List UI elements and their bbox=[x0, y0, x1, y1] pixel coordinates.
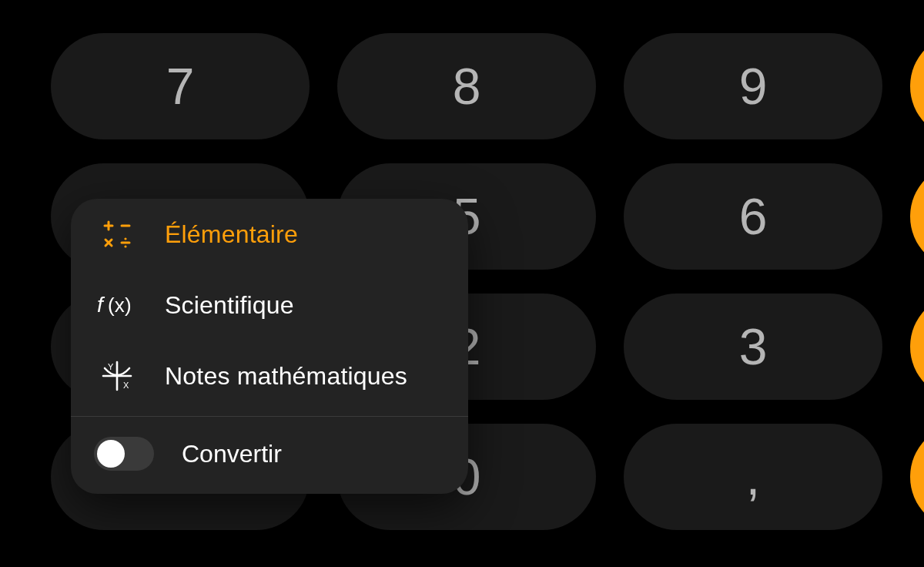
key-7[interactable]: 7 bbox=[51, 33, 310, 139]
key-operator-mid1[interactable] bbox=[910, 163, 924, 270]
key-equals[interactable] bbox=[910, 424, 924, 530]
key-operator-top[interactable] bbox=[910, 33, 924, 139]
svg-text:f: f bbox=[97, 293, 105, 317]
function-icon: f (x) bbox=[97, 288, 137, 322]
svg-text:X: X bbox=[123, 381, 129, 390]
svg-point-6 bbox=[124, 237, 126, 240]
key-operator-mid2[interactable] bbox=[910, 294, 924, 400]
menu-item-label: Scientifique bbox=[165, 291, 294, 320]
svg-point-7 bbox=[124, 245, 126, 247]
menu-item-math-notes[interactable]: Y X Notes mathématiques bbox=[71, 341, 468, 411]
basic-calc-icon bbox=[97, 217, 137, 251]
key-9[interactable]: 9 bbox=[624, 33, 882, 139]
menu-item-scientific[interactable]: f (x) Scientifique bbox=[71, 270, 468, 341]
convert-toggle[interactable] bbox=[94, 437, 154, 471]
key-6[interactable]: 6 bbox=[624, 163, 882, 270]
convert-label: Convertir bbox=[182, 440, 282, 468]
menu-item-label: Notes mathématiques bbox=[165, 362, 407, 391]
menu-item-basic[interactable]: Élémentaire bbox=[71, 199, 468, 270]
key-decimal[interactable]: , bbox=[624, 424, 882, 530]
svg-text:(x): (x) bbox=[108, 294, 132, 317]
key-8[interactable]: 8 bbox=[337, 33, 596, 139]
mode-menu: Élémentaire f (x) Scientifique Y X Notes… bbox=[71, 199, 468, 494]
math-notes-icon: Y X bbox=[97, 359, 137, 393]
key-3[interactable]: 3 bbox=[624, 294, 882, 400]
svg-text:Y: Y bbox=[108, 362, 114, 371]
menu-item-label: Élémentaire bbox=[165, 220, 298, 249]
menu-item-convert[interactable]: Convertir bbox=[71, 417, 468, 494]
